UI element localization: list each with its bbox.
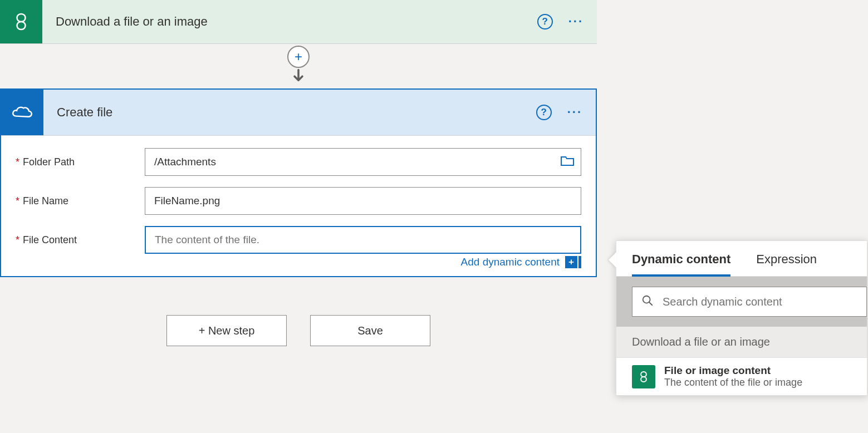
tab-expression[interactable]: Expression bbox=[756, 252, 817, 276]
step-connector: + bbox=[0, 44, 597, 88]
dataverse-icon bbox=[632, 365, 655, 388]
file-content-input[interactable] bbox=[145, 226, 581, 254]
dynamic-item-desc: The content of the file or image bbox=[664, 377, 802, 388]
more-icon[interactable]: ··· bbox=[567, 106, 582, 119]
folder-path-label: Folder Path bbox=[23, 156, 75, 168]
dynamic-section-header: Download a file or an image bbox=[616, 327, 867, 357]
field-file-name: * File Name bbox=[16, 187, 581, 215]
dataverse-icon bbox=[0, 0, 42, 43]
save-label: Save bbox=[357, 324, 383, 337]
add-step-button[interactable]: + bbox=[287, 46, 310, 68]
onedrive-icon bbox=[1, 90, 43, 135]
step-download-title: Download a file or an image bbox=[56, 14, 208, 29]
step-download-header[interactable]: Download a file or an image ? ··· bbox=[0, 0, 597, 44]
search-icon bbox=[641, 294, 654, 309]
folder-path-input[interactable] bbox=[145, 148, 581, 176]
file-name-input[interactable] bbox=[145, 187, 581, 215]
file-name-label: File Name bbox=[23, 195, 68, 207]
more-icon[interactable]: ··· bbox=[568, 16, 583, 28]
dynamic-item-file-content[interactable]: File or image content The content of the… bbox=[616, 357, 867, 395]
field-file-content: * File Content bbox=[16, 226, 581, 254]
required-marker: * bbox=[16, 234, 19, 246]
new-step-button[interactable]: + New step bbox=[166, 315, 287, 346]
dynamic-content-toggle-icon[interactable]: + bbox=[565, 256, 581, 268]
new-step-label: + New step bbox=[199, 324, 255, 337]
panel-pointer bbox=[609, 252, 616, 268]
step-create-file-title: Create file bbox=[57, 105, 112, 120]
step-create-file-header[interactable]: Create file ? ··· bbox=[1, 90, 596, 136]
dynamic-item-title: File or image content bbox=[664, 365, 802, 377]
arrow-down-icon bbox=[291, 71, 306, 83]
file-content-label: File Content bbox=[23, 234, 77, 246]
dynamic-content-panel: Dynamic content Expression Download a fi… bbox=[616, 240, 867, 396]
help-icon[interactable]: ? bbox=[537, 14, 553, 29]
add-dynamic-content-link[interactable]: Add dynamic content bbox=[461, 256, 560, 268]
tab-dynamic-content[interactable]: Dynamic content bbox=[632, 252, 730, 277]
folder-picker-icon[interactable] bbox=[560, 155, 575, 169]
help-icon[interactable]: ? bbox=[536, 105, 552, 120]
save-button[interactable]: Save bbox=[310, 315, 430, 346]
search-input[interactable] bbox=[663, 296, 857, 308]
required-marker: * bbox=[16, 156, 19, 168]
field-folder-path: * Folder Path bbox=[16, 148, 581, 176]
step-create-file-card: Create file ? ··· * Folder Path bbox=[0, 88, 597, 277]
required-marker: * bbox=[16, 195, 19, 207]
